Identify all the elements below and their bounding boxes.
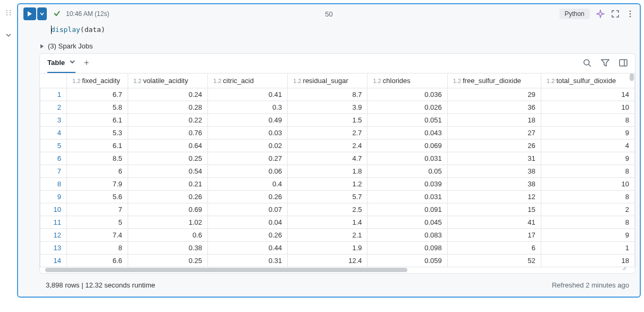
table-row[interactable]: 146.60.250.3112.40.0595218 xyxy=(40,254,635,267)
column-header[interactable]: 1.2free_sulfur_dioxide xyxy=(447,73,541,88)
table-cell[interactable]: 36 xyxy=(447,101,541,114)
chevron-down-icon[interactable] xyxy=(5,32,12,40)
table-cell[interactable]: 6 xyxy=(447,242,541,254)
table-cell[interactable]: 0.036 xyxy=(367,88,447,101)
column-header[interactable]: 1.2citric_acid xyxy=(208,73,288,88)
table-cell[interactable]: 0.03 xyxy=(208,127,288,139)
run-dropdown-button[interactable] xyxy=(37,7,47,20)
table-row[interactable]: 36.10.220.491.50.051188 xyxy=(40,114,635,127)
more-menu-icon[interactable] xyxy=(626,10,634,18)
table-cell[interactable]: 8.5 xyxy=(67,152,128,165)
table-cell[interactable]: 1.8 xyxy=(288,165,367,178)
table-cell[interactable]: 9 xyxy=(541,127,634,139)
table-cell[interactable]: 31 xyxy=(447,152,541,165)
table-cell[interactable]: 9 xyxy=(541,152,634,165)
table-cell[interactable]: 41 xyxy=(447,216,541,229)
table-cell[interactable]: 0.031 xyxy=(367,152,447,165)
table-cell[interactable]: 1.4 xyxy=(288,216,367,229)
table-cell[interactable]: 0.69 xyxy=(128,203,207,216)
add-tab-button[interactable]: + xyxy=(84,58,89,73)
table-cell[interactable]: 0.28 xyxy=(128,101,207,114)
table-row[interactable]: 87.90.210.41.20.0393810 xyxy=(40,178,635,191)
table-cell[interactable]: 2.1 xyxy=(288,229,367,242)
table-cell[interactable]: 5.8 xyxy=(67,101,128,114)
table-cell[interactable]: 29 xyxy=(447,88,541,101)
table-cell[interactable]: 4 xyxy=(541,139,634,152)
table-cell[interactable]: 0.039 xyxy=(367,178,447,191)
table-cell[interactable]: 3.9 xyxy=(288,101,367,114)
table-cell[interactable]: 2 xyxy=(541,203,634,216)
table-cell[interactable]: 0.27 xyxy=(208,152,288,165)
table-cell[interactable]: 4.7 xyxy=(288,152,367,165)
table-cell[interactable]: 0.051 xyxy=(367,114,447,127)
table-cell[interactable]: 2.7 xyxy=(288,127,367,139)
table-cell[interactable]: 38 xyxy=(447,165,541,178)
run-button[interactable] xyxy=(23,7,36,20)
table-cell[interactable]: 0.31 xyxy=(208,254,288,267)
table-cell[interactable]: 12 xyxy=(447,191,541,203)
column-header[interactable]: 1.2residual_sugar xyxy=(288,73,367,88)
table-cell[interactable]: 6.1 xyxy=(67,114,128,127)
table-cell[interactable]: 52 xyxy=(447,254,541,267)
table-cell[interactable]: 38 xyxy=(447,178,541,191)
table-cell[interactable]: 0.031 xyxy=(367,191,447,203)
table-row[interactable]: 56.10.640.022.40.069264 xyxy=(40,139,635,152)
resize-corner-icon[interactable] xyxy=(621,264,626,272)
table-cell[interactable]: 5.3 xyxy=(67,127,128,139)
table-row[interactable]: 45.30.760.032.70.043279 xyxy=(40,127,635,139)
table-cell[interactable]: 0.38 xyxy=(128,242,207,254)
table-cell[interactable]: 0.091 xyxy=(367,203,447,216)
table-cell[interactable]: 12.4 xyxy=(288,254,367,267)
table-cell[interactable]: 1.9 xyxy=(288,242,367,254)
table-cell[interactable]: 9 xyxy=(541,229,634,242)
table-cell[interactable]: 0.26 xyxy=(208,191,288,203)
table-cell[interactable]: 8 xyxy=(541,191,634,203)
table-row[interactable]: 127.40.60.262.10.083179 xyxy=(40,229,635,242)
table-cell[interactable]: 6.7 xyxy=(67,88,128,101)
table-cell[interactable]: 0.04 xyxy=(208,216,288,229)
table-cell[interactable]: 8.7 xyxy=(288,88,367,101)
table-cell[interactable]: 0.4 xyxy=(208,178,288,191)
table-cell[interactable]: 0.25 xyxy=(128,152,207,165)
table-cell[interactable]: 0.54 xyxy=(128,165,207,178)
table-cell[interactable]: 18 xyxy=(447,114,541,127)
table-cell[interactable]: 0.098 xyxy=(367,242,447,254)
expand-icon[interactable] xyxy=(611,10,620,18)
table-cell[interactable]: 8 xyxy=(541,165,634,178)
table-row[interactable]: 1380.380.441.90.09861 xyxy=(40,242,635,254)
table-cell[interactable]: 0.059 xyxy=(367,254,447,267)
table-cell[interactable]: 5.7 xyxy=(288,191,367,203)
table-cell[interactable]: 0.05 xyxy=(367,165,447,178)
table-cell[interactable]: 1.2 xyxy=(288,178,367,191)
table-cell[interactable]: 10 xyxy=(541,101,634,114)
table-cell[interactable]: 1.02 xyxy=(128,216,207,229)
table-cell[interactable]: 26 xyxy=(447,139,541,152)
table-cell[interactable]: 6.1 xyxy=(67,139,128,152)
table-cell[interactable]: 7 xyxy=(67,203,128,216)
assistant-icon[interactable] xyxy=(596,10,605,18)
table-cell[interactable]: 10 xyxy=(541,178,634,191)
table-cell[interactable]: 7.4 xyxy=(67,229,128,242)
column-header[interactable]: 1.2total_sulfur_dioxide xyxy=(541,73,634,88)
table-cell[interactable]: 0.76 xyxy=(128,127,207,139)
spark-jobs-toggle[interactable]: (3) Spark Jobs xyxy=(18,39,640,53)
table-cell[interactable]: 0.49 xyxy=(208,114,288,127)
table-cell[interactable]: 0.22 xyxy=(128,114,207,127)
table-cell[interactable]: 0.24 xyxy=(128,88,207,101)
table-cell[interactable]: 8 xyxy=(541,114,634,127)
row-index-header[interactable] xyxy=(40,73,67,88)
table-row[interactable]: 16.70.240.418.70.0362914 xyxy=(40,88,635,101)
table-cell[interactable]: 0.026 xyxy=(367,101,447,114)
table-cell[interactable]: 0.3 xyxy=(208,101,288,114)
column-header[interactable]: 1.2volatile_acidity xyxy=(128,73,207,88)
table-cell[interactable]: 2.5 xyxy=(288,203,367,216)
table-cell[interactable]: 0.21 xyxy=(128,178,207,191)
table-cell[interactable]: 15 xyxy=(447,203,541,216)
table-cell[interactable]: 0.07 xyxy=(208,203,288,216)
table-cell[interactable]: 0.41 xyxy=(208,88,288,101)
vertical-scrollbar[interactable] xyxy=(630,73,634,81)
code-editor[interactable]: display(data) xyxy=(18,23,640,39)
table-cell[interactable]: 0.06 xyxy=(208,165,288,178)
table-cell[interactable]: 6 xyxy=(67,165,128,178)
table-cell[interactable]: 14 xyxy=(541,88,634,101)
